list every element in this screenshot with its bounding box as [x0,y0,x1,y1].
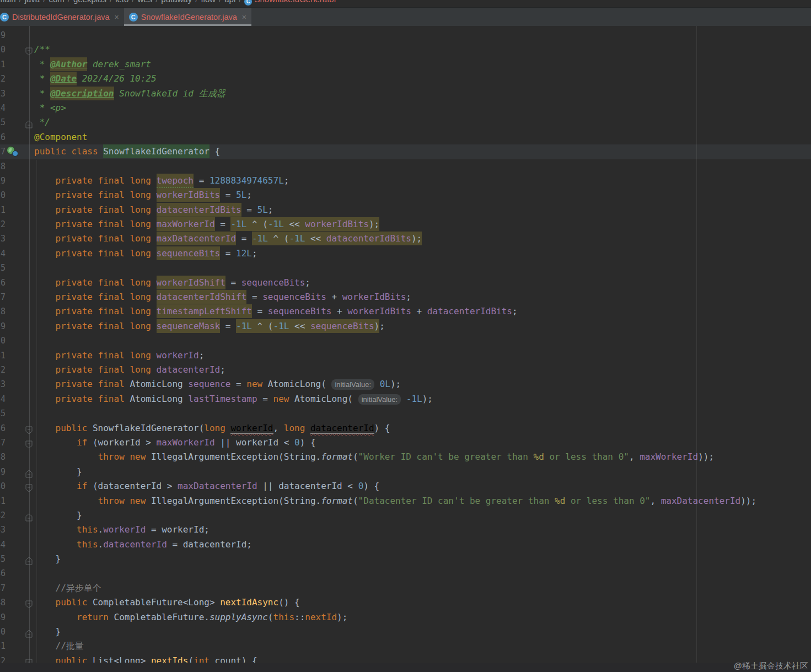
code-line[interactable]: 25 [0,261,811,275]
code-line[interactable]: 36 public SnowflakeIdGenerator(long work… [0,421,811,436]
spring-bean-icon[interactable] [7,146,20,158]
code-line[interactable]: 23 private final long maxDatacenterId = … [0,232,811,246]
breadcrumb-item[interactable]: putaway [161,0,192,4]
line-number[interactable]: 46 [0,566,6,580]
code-line[interactable]: 47 //异步单个 [0,581,811,595]
code-line[interactable]: 33 private final AtomicLong sequence = n… [0,377,811,391]
fold-end-icon[interactable] [25,468,33,476]
breadcrumb-item[interactable]: api [224,0,235,4]
breadcrumb-item[interactable]: main [0,0,16,4]
code-line[interactable]: 31 private final long workerId; [0,348,811,363]
breadcrumb-item[interactable]: leto [115,0,128,4]
code-line[interactable]: 34 private final AtomicLong lastTimestam… [0,392,811,406]
line-number[interactable]: 18 [0,159,6,174]
line-number[interactable]: 22 [0,217,6,232]
code-line[interactable]: 15 */ [0,115,811,130]
line-number[interactable]: 33 [0,377,6,391]
line-number[interactable]: 47 [0,581,6,595]
line-number[interactable]: 21 [0,203,6,217]
line-number[interactable]: 13 [0,87,6,101]
code-line[interactable]: 16@Component [0,130,811,144]
line-number[interactable]: 50 [0,625,6,639]
breadcrumb-current-class[interactable]: CSnowflakeIdGenerator [244,0,336,4]
code-line[interactable]: 28 private final long timestampLeftShift… [0,304,811,319]
line-number[interactable]: 35 [0,406,6,421]
breadcrumb-item[interactable]: com [49,0,64,4]
fold-end-icon[interactable] [25,555,33,563]
line-number[interactable]: 27 [0,290,6,304]
code-line[interactable]: 19 private final long twepoch = 12888349… [0,174,811,188]
code-line[interactable]: 18 [0,159,811,174]
line-number[interactable]: 38 [0,450,6,464]
line-number[interactable]: 9 [0,28,6,42]
code-line[interactable]: 42 } [0,508,811,523]
breadcrumb-item[interactable]: geekplus [73,0,106,4]
line-number[interactable]: 36 [0,421,6,436]
line-number[interactable]: 48 [0,595,6,610]
line-number[interactable]: 29 [0,319,6,334]
fold-start-icon[interactable] [25,599,33,607]
code-line[interactable]: 45 } [0,552,811,566]
code-line[interactable]: 39 } [0,465,811,479]
fold-end-icon[interactable] [25,628,33,636]
line-number[interactable]: 32 [0,363,6,377]
line-number[interactable]: 25 [0,261,6,275]
code-line[interactable]: 12 * @Date 202/4/26 10:25 [0,72,811,86]
line-number[interactable]: 40 [0,479,6,493]
line-number[interactable]: 28 [0,304,6,319]
line-number[interactable]: 16 [0,130,6,144]
code-line[interactable]: 9 [0,28,811,42]
code-line[interactable]: 13 * @Description SnowflakeId id 生成器 [0,87,811,101]
line-number[interactable]: 26 [0,276,6,290]
line-number[interactable]: 39 [0,465,6,479]
fold-start-icon[interactable] [25,482,33,491]
code-line[interactable]: 24 private final long sequenceBits = 12L… [0,246,811,261]
line-number[interactable]: 20 [0,188,6,202]
breadcrumb-item[interactable]: flow [201,0,216,4]
code-line[interactable]: 22 private final long maxWorkerId = -1L … [0,217,811,232]
line-number[interactable]: 37 [0,436,6,450]
line-number[interactable]: 49 [0,610,6,625]
code-editor[interactable]: 910/**11 * @Author derek_smart12 * @Date… [0,26,811,672]
tab-snowflakeidgenerator-java[interactable]: CSnowflakeIdGenerator.java× [124,8,251,26]
code-line[interactable]: 50 } [0,625,811,639]
code-line[interactable]: 14 * <p> [0,101,811,115]
breadcrumb-item[interactable]: wes [137,0,152,4]
code-line[interactable]: 26 private final long workerIdShift = se… [0,276,811,290]
fold-end-icon[interactable] [25,119,33,127]
line-number[interactable]: 51 [0,639,6,653]
code-line[interactable]: 21 private final long datacenterIdBits =… [0,203,811,217]
code-line[interactable]: 44 this.datacenterId = datacenterId; [0,537,811,552]
code-line[interactable]: 43 this.workerId = workerId; [0,523,811,537]
code-line[interactable]: 29 private final long sequenceMask = -1L… [0,319,811,334]
code-line[interactable]: 11 * @Author derek_smart [0,57,811,72]
fold-start-icon[interactable] [25,439,33,447]
code-line[interactable]: 20 private final long workerIdBits = 5L; [0,188,811,202]
code-line[interactable]: 35 [0,406,811,421]
fold-start-icon[interactable] [25,46,33,54]
line-number[interactable]: 31 [0,348,6,363]
line-number[interactable]: 45 [0,552,6,566]
code-line[interactable]: 51 //批量 [0,639,811,653]
fold-end-icon[interactable] [25,512,33,520]
tab-close-icon[interactable]: × [115,13,119,21]
code-line[interactable]: 10/** [0,42,811,57]
code-line[interactable]: 38 throw new IllegalArgumentException(St… [0,450,811,464]
line-number[interactable]: 19 [0,174,6,188]
tab-distributedidgenerator-java[interactable]: CDistributedIdGenerator.java× [0,8,124,26]
line-number[interactable]: 42 [0,508,6,523]
code-line[interactable]: 49 return CompletableFuture.supplyAsync(… [0,610,811,625]
fold-start-icon[interactable] [25,424,33,433]
code-line[interactable]: 48 public CompletableFuture<Long> nextId… [0,595,811,610]
line-number[interactable]: 24 [0,246,6,261]
code-line[interactable]: 27 private final long datacenterIdShift … [0,290,811,304]
line-number[interactable]: 30 [0,334,6,348]
line-number[interactable]: 34 [0,392,6,406]
line-number[interactable]: 17 [0,144,6,159]
code-line[interactable]: 41 throw new IllegalArgumentException(St… [0,494,811,508]
line-number[interactable]: 10 [0,42,6,57]
line-number[interactable]: 41 [0,494,6,508]
line-number[interactable]: 11 [0,57,6,72]
code-line[interactable]: 30 [0,334,811,348]
line-number[interactable]: 15 [0,115,6,130]
